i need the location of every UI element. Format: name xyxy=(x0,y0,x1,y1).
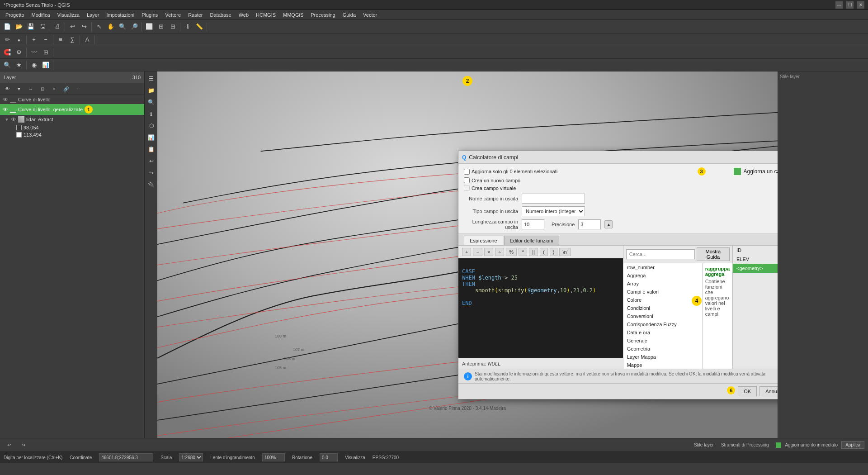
func-condizioni[interactable]: Condizioni xyxy=(623,304,702,312)
cb-crea-virtuale[interactable]: Crea campo virtuale xyxy=(464,185,516,191)
save-btn[interactable]: 💾 xyxy=(25,21,36,32)
field-geometry[interactable]: <geometry> xyxy=(733,264,778,273)
menu-visualizza[interactable]: Visualizza xyxy=(54,11,83,19)
layer-open-btn[interactable]: ↔ xyxy=(25,84,36,95)
op-percent[interactable]: % xyxy=(506,248,517,256)
menu-web[interactable]: Web xyxy=(235,11,252,19)
side-browser-btn[interactable]: 📁 xyxy=(146,85,157,96)
layer-item-lidar[interactable]: ▼ 👁 lidar_extract xyxy=(0,115,144,124)
layer-filter-btn[interactable]: ≡ xyxy=(49,84,60,95)
expr-editor[interactable]: CASE WHEN $length > 25 THEN smooth(simpl… xyxy=(458,258,623,358)
map-area[interactable]: 100 m 107 m 106 m 105 m © Valerio Pinna … xyxy=(157,71,778,438)
layer-link-btn[interactable]: 🔗 xyxy=(61,84,71,95)
menu-processing[interactable]: Processing xyxy=(307,11,339,19)
redo-btn[interactable]: ↪ xyxy=(79,21,90,32)
cb-crea-virtuale-input[interactable] xyxy=(464,185,470,191)
undo-bottom-btn[interactable]: ↩ xyxy=(4,440,14,451)
cb-crea-nuovo[interactable]: Crea un nuovo campo xyxy=(464,177,520,183)
add-layer-btn[interactable]: 👁 xyxy=(2,84,13,95)
op-newline[interactable]: \n' xyxy=(559,248,571,256)
zoom-out-btn[interactable]: 🔎 xyxy=(129,21,140,32)
op-times[interactable]: × xyxy=(484,248,493,256)
nome-campo-input[interactable] xyxy=(522,194,585,204)
func-mappe[interactable]: Mappe xyxy=(623,361,702,369)
node-btn[interactable]: ⬧ xyxy=(14,34,24,45)
menu-hcmgis[interactable]: HCMGIS xyxy=(252,11,279,19)
op-power[interactable]: ^ xyxy=(519,248,527,256)
tab-espressione[interactable]: Espressione xyxy=(464,236,503,245)
tipo-campo-select[interactable]: Numero intero (Integer) xyxy=(522,206,585,216)
side-stats-btn[interactable]: 📊 xyxy=(146,132,157,143)
menu-plugins[interactable]: Plugins xyxy=(138,11,161,19)
cb-aggiorna-input[interactable] xyxy=(464,169,470,175)
op-concat[interactable]: || xyxy=(529,248,538,256)
layer-item-curve[interactable]: 👁 Curve di livello xyxy=(0,95,144,104)
open-btn[interactable]: 📂 xyxy=(14,21,24,32)
new-project-btn[interactable]: 📄 xyxy=(2,21,13,32)
zoom-full-btn[interactable]: ⬜ xyxy=(144,21,155,32)
func-fuzzy[interactable]: Corrispondenza Fuzzy xyxy=(623,320,702,328)
snap-cfg-btn[interactable]: ⚙ xyxy=(14,47,24,58)
op-plus[interactable]: + xyxy=(462,248,471,256)
layer-eye-icon-2[interactable]: 👁 xyxy=(3,106,8,113)
cb-crea-nuovo-input[interactable] xyxy=(464,177,470,183)
delete-feature-btn[interactable]: − xyxy=(40,34,51,45)
op-minus[interactable]: − xyxy=(473,248,482,256)
redo-bottom-btn[interactable]: ↪ xyxy=(18,440,29,451)
close-btn[interactable]: ✕ xyxy=(857,1,864,9)
layer-eye-icon-3[interactable]: 👁 xyxy=(11,116,16,123)
bookmarks-btn[interactable]: ★ xyxy=(14,60,24,71)
menu-vector[interactable]: Vector xyxy=(359,11,381,19)
mostra-guida-btn[interactable]: Mostra Guida xyxy=(697,247,730,261)
func-geometria[interactable]: Geometria xyxy=(623,345,702,353)
scale-select[interactable]: 1:2680 xyxy=(179,453,203,461)
lunghezza-input[interactable] xyxy=(522,219,544,229)
field-elev[interactable]: ELEV xyxy=(733,255,778,264)
zoom-sel-btn[interactable]: ⊞ xyxy=(156,21,166,32)
side-info-btn[interactable]: ℹ xyxy=(146,109,157,119)
overview-btn[interactable]: ◉ xyxy=(28,60,39,71)
select-btn[interactable]: ↖ xyxy=(94,21,104,32)
tab-editor[interactable]: Editor delle funzioni xyxy=(504,236,559,245)
layer-collapse-btn[interactable]: ⊟ xyxy=(37,84,48,95)
menu-progetto[interactable]: Progetto xyxy=(2,11,28,19)
layer-more-btn[interactable]: ⋯ xyxy=(72,84,83,95)
menu-modifica[interactable]: Modifica xyxy=(28,11,54,19)
print-btn[interactable]: 🖨 xyxy=(52,21,63,32)
func-campi-valori[interactable]: Campi e valori xyxy=(623,288,702,296)
side-spatial-btn[interactable]: ⬡ xyxy=(146,120,157,131)
side-plug-btn[interactable]: 🔌 xyxy=(146,179,157,190)
func-array[interactable]: Array xyxy=(623,280,702,288)
undo-btn[interactable]: ↩ xyxy=(67,21,78,32)
side-redo-btn[interactable]: ↪ xyxy=(146,167,157,178)
func-aggrega[interactable]: Aggrega xyxy=(623,271,702,280)
func-row_number[interactable]: row_number xyxy=(623,263,702,271)
side-search-btn[interactable]: 🔍 xyxy=(146,97,157,108)
precisione-input[interactable] xyxy=(578,219,601,229)
cb-aggiorna-solo[interactable]: Aggiorna solo gli 0 elementi selezionati xyxy=(464,169,557,175)
zoom-in-btn[interactable]: 🔍 xyxy=(117,21,128,32)
func-generale[interactable]: Generale xyxy=(623,337,702,345)
menu-guida[interactable]: Guida xyxy=(339,11,359,19)
cancel-btn[interactable]: Annulla xyxy=(760,386,778,396)
op-rparen[interactable]: ) xyxy=(550,248,558,256)
layer-item-curve-gen[interactable]: 👁 Curve di livello_generalizzate 1 xyxy=(0,104,144,115)
field-calc-btn[interactable]: ∑ xyxy=(67,34,78,45)
save-as-btn[interactable]: 🖫 xyxy=(37,21,48,32)
add-feature-btn[interactable]: + xyxy=(28,34,39,45)
measure-btn[interactable]: 📏 xyxy=(194,21,205,32)
menu-database[interactable]: Database xyxy=(207,11,235,19)
coord-input[interactable] xyxy=(99,453,153,461)
stats-btn[interactable]: 📊 xyxy=(40,60,51,71)
rotation-input[interactable] xyxy=(320,453,338,461)
func-data-ora[interactable]: Data e ora xyxy=(623,328,702,337)
menu-raster[interactable]: Raster xyxy=(184,11,206,19)
func-conversioni[interactable]: Conversioni xyxy=(623,312,702,320)
restore-btn[interactable]: ❐ xyxy=(846,1,854,9)
func-colore[interactable]: Colore xyxy=(623,296,702,304)
ok-btn[interactable]: OK xyxy=(738,386,757,396)
expand-icon[interactable]: ▼ xyxy=(5,117,9,122)
attr-table-btn[interactable]: ≡ xyxy=(55,34,66,45)
menu-mmqgis[interactable]: MMQGiS xyxy=(279,11,307,19)
side-log-btn[interactable]: 📋 xyxy=(146,144,157,155)
